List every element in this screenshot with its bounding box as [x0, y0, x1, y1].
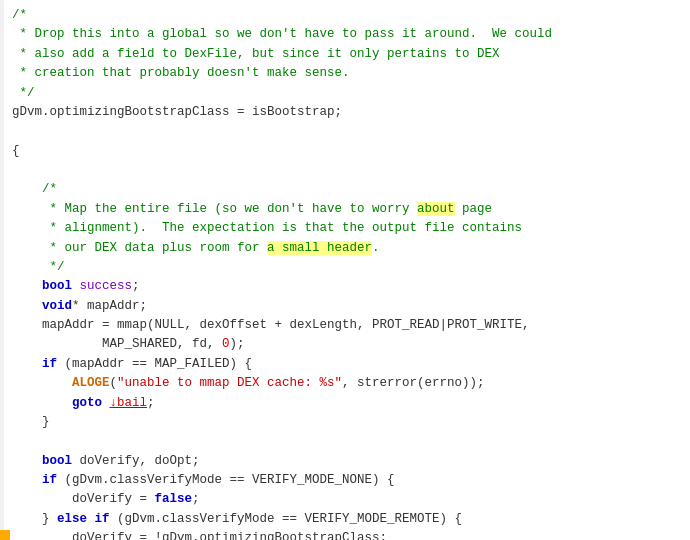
code-line: mapAddr = mmap(NULL, dexOffset + dexLeng…: [8, 316, 690, 335]
code-line: * creation that probably doesn't make se…: [8, 64, 690, 83]
code-line: if (mapAddr == MAP_FAILED) {: [8, 355, 690, 374]
code-line: */: [8, 258, 690, 277]
code-line: [8, 432, 690, 451]
code-line: * also add a field to DexFile, but since…: [8, 45, 690, 64]
code-line: */: [8, 84, 690, 103]
code-line: {: [8, 142, 690, 161]
code-line: goto ↓bail;: [8, 394, 690, 413]
code-line: MAP_SHARED, fd, 0);: [8, 335, 690, 354]
code-line: * Map the entire file (so we don't have …: [8, 200, 690, 219]
bottom-indicator: [0, 530, 10, 540]
code-line: }: [8, 413, 690, 432]
code-line: [8, 161, 690, 180]
code-line: ALOGE("unable to mmap DEX cache: %s", st…: [8, 374, 690, 393]
code-line: bool doVerify, doOpt;: [8, 452, 690, 471]
code-line: } else if (gDvm.classVerifyMode == VERIF…: [8, 510, 690, 529]
code-line: /*: [8, 6, 690, 25]
code-line: * alignment). The expectation is that th…: [8, 219, 690, 238]
code-line: void* mapAddr;: [8, 297, 690, 316]
code-editor: /* * Drop this into a global so we don't…: [0, 0, 690, 540]
code-line: [8, 122, 690, 141]
code-line: gDvm.optimizingBootstrapClass = isBootst…: [8, 103, 690, 122]
code-line: bool success;: [8, 277, 690, 296]
left-gutter: [0, 0, 4, 540]
code-line: if (gDvm.classVerifyMode == VERIFY_MODE_…: [8, 471, 690, 490]
code-line: /*: [8, 180, 690, 199]
code-line: doVerify = false;: [8, 490, 690, 509]
code-line: * our DEX data plus room for a small hea…: [8, 239, 690, 258]
code-line: * Drop this into a global so we don't ha…: [8, 25, 690, 44]
code-line: doVerify = !gDvm.optimizingBootstrapClas…: [8, 529, 690, 540]
